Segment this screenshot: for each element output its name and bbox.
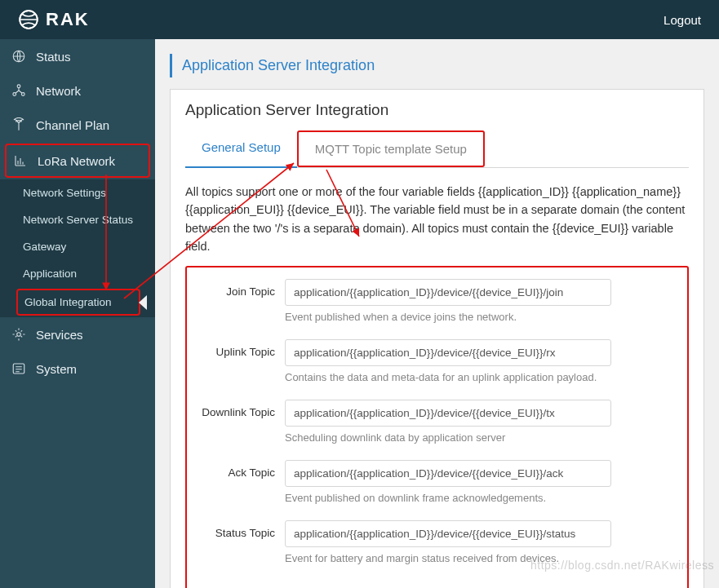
page-title: Application Server Integration <box>170 54 704 77</box>
sidebar-item-label: Services <box>36 328 83 342</box>
sidebar-subitem-application[interactable]: Application <box>0 260 155 287</box>
sidebar-item-label: Channel Plan <box>36 118 109 132</box>
input-status-topic[interactable] <box>285 520 611 547</box>
label-downlink-topic: Downlink Topic <box>187 400 285 418</box>
sidebar-item-network[interactable]: Network <box>0 73 155 108</box>
sidebar-item-lora-network[interactable]: LoRa Network <box>5 144 150 178</box>
hint-uplink-topic: Contains the data and meta-data for an u… <box>285 371 611 383</box>
sidebar-subitem-global-integration[interactable]: Global Integration <box>16 289 140 316</box>
network-icon <box>11 83 26 98</box>
svg-point-4 <box>21 93 24 96</box>
sidebar-item-services[interactable]: Services <box>0 317 155 351</box>
label-uplink-topic: Uplink Topic <box>187 339 285 358</box>
panel-title: Application Server Integration <box>171 90 703 130</box>
integration-panel: Application Server Integration General S… <box>170 89 704 588</box>
hint-join-topic: Event published when a device joins the … <box>285 311 611 323</box>
input-downlink-topic[interactable] <box>285 400 611 427</box>
antenna-icon <box>11 117 26 132</box>
sidebar-item-label: Network <box>36 84 81 98</box>
sidebar-item-label: Status <box>36 50 71 64</box>
svg-point-5 <box>17 333 21 337</box>
label-ack-topic: Ack Topic <box>187 460 285 479</box>
sidebar-item-label: LoRa Network <box>38 154 115 168</box>
app-header: RAK Logout <box>0 0 719 39</box>
form-row-ack: Ack Topic Event published on downlink fr… <box>187 460 679 515</box>
hint-downlink-topic: Scheduling downlink data by application … <box>285 431 611 444</box>
tabs: General Setup MQTT Topic template Setup <box>185 130 689 168</box>
mqtt-form: Join Topic Event published when a device… <box>185 266 689 588</box>
watermark: https://blog.csdn.net/RAKwireless <box>530 559 714 572</box>
svg-point-2 <box>17 85 20 88</box>
label-status-topic: Status Topic <box>187 520 285 539</box>
input-join-topic[interactable] <box>285 279 611 306</box>
globe-icon <box>11 49 26 64</box>
sidebar-subitem-network-settings[interactable]: Network Settings <box>0 179 155 206</box>
input-uplink-topic[interactable] <box>285 339 611 366</box>
topic-description: All topics support one or more of the fo… <box>185 168 689 266</box>
tab-general-setup[interactable]: General Setup <box>185 130 297 167</box>
form-row-join: Join Topic Event published when a device… <box>187 279 679 334</box>
sidebar-subitem-gateway[interactable]: Gateway <box>0 233 155 260</box>
label-join-topic: Join Topic <box>187 279 285 298</box>
gear-icon <box>11 327 26 342</box>
svg-point-3 <box>13 93 16 96</box>
form-row-uplink: Uplink Topic Contains the data and meta-… <box>187 339 679 395</box>
chart-icon <box>13 153 28 168</box>
sidebar-item-system[interactable]: System <box>0 351 155 386</box>
sidebar-item-label: System <box>36 362 77 376</box>
logout-link[interactable]: Logout <box>664 13 701 27</box>
hint-ack-topic: Event published on downlink frame acknow… <box>285 492 611 504</box>
brand-text: RAK <box>46 9 90 30</box>
list-icon <box>11 361 26 376</box>
sidebar: Status Network Channel Plan LoRa Network… <box>0 39 155 588</box>
sidebar-item-channel-plan[interactable]: Channel Plan <box>0 108 155 142</box>
sidebar-subitem-server-status[interactable]: Network Server Status <box>0 206 155 233</box>
sidebar-item-status[interactable]: Status <box>0 39 155 73</box>
sidebar-subnav-lora: Network Settings Network Server Status G… <box>0 179 155 317</box>
tab-mqtt-topic-setup[interactable]: MQTT Topic template Setup <box>297 130 485 167</box>
main-content: Application Server Integration Applicati… <box>155 39 719 588</box>
rak-logo-icon <box>18 9 39 30</box>
brand-logo: RAK <box>18 9 90 30</box>
input-ack-topic[interactable] <box>285 460 611 487</box>
form-row-downlink: Downlink Topic Scheduling downlink data … <box>187 400 679 455</box>
